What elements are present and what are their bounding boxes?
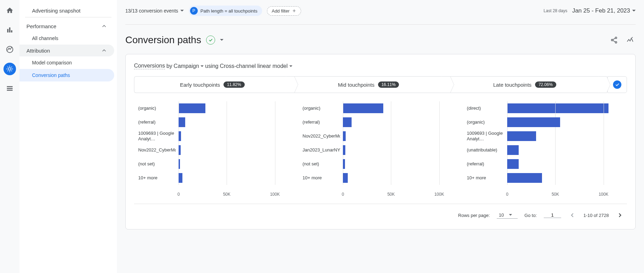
bar-row: 1009693 | Google Analyt… — [467, 129, 623, 143]
path-length-filter-label: Path length = all touchpoints — [201, 8, 258, 14]
bar-area — [343, 129, 458, 143]
bar[interactable] — [343, 159, 345, 169]
pagination: Rows per page: 10 Go to: 1-10 of 2728 — [134, 204, 627, 221]
bar[interactable] — [343, 103, 383, 113]
bar[interactable] — [507, 117, 560, 127]
axis-tick-label: 0 — [178, 192, 180, 197]
bar-label: Nov2022_CyberMonday_V1 — [303, 133, 340, 139]
bar[interactable] — [179, 145, 181, 155]
bar-label: (direct) — [467, 106, 504, 111]
bar-row: (organic) — [303, 101, 458, 115]
bar-area — [179, 143, 294, 157]
bar-row: Nov2022_CyberMonday_V1 — [303, 129, 458, 143]
bar[interactable] — [179, 103, 205, 113]
axis-tick-label: 50K — [223, 192, 230, 197]
by-text: by — [166, 63, 172, 69]
sidebar-item-all-channels[interactable]: All channels — [19, 32, 114, 45]
bar-label: (referral) — [467, 161, 504, 167]
configure-icon[interactable] — [3, 82, 16, 95]
bar[interactable] — [343, 117, 352, 127]
bar[interactable] — [179, 117, 185, 127]
reports-icon[interactable] — [3, 24, 16, 36]
check-circle-icon — [613, 80, 621, 89]
bar[interactable] — [507, 173, 542, 183]
add-filter-label: Add filter — [272, 8, 289, 14]
bar-row: (unattributable) — [467, 143, 623, 157]
sidebar-item-conversion-paths[interactable]: Conversion paths — [19, 69, 114, 81]
svg-point-1 — [8, 68, 11, 70]
sidebar-section-attribution[interactable]: Attribution — [19, 45, 114, 56]
axis-tick-label: 50K — [552, 192, 559, 197]
bar-label: (not set) — [303, 161, 340, 167]
conversion-events-dropdown[interactable]: 13/13 conversion events — [125, 8, 184, 14]
bar-row: 10+ more — [467, 171, 623, 185]
page-title: Conversion paths — [125, 34, 201, 46]
dimension-selector[interactable]: Campaign — [174, 63, 204, 69]
caret-down-icon[interactable] — [220, 38, 223, 42]
advertising-icon[interactable] — [3, 63, 16, 75]
bar[interactable] — [343, 131, 346, 141]
rows-per-page-label: Rows per page: — [458, 213, 490, 218]
bar-row: (referral) — [467, 157, 623, 171]
path-length-filter-chip[interactable]: P Path length = all touchpoints — [189, 6, 262, 16]
metric-selector[interactable]: Conversions — [134, 63, 165, 69]
rows-per-page-select[interactable]: 10 — [497, 212, 517, 219]
explore-icon[interactable] — [3, 43, 16, 56]
bar-label: (organic) — [303, 106, 340, 111]
rows-per-page-value: 10 — [499, 212, 504, 218]
touchpoint-tab-late[interactable]: Late touchpoints 72.06% — [446, 76, 603, 93]
bar[interactable] — [343, 145, 345, 155]
page-range-text: 1-10 of 2728 — [583, 213, 609, 218]
bar-row: (not set) — [138, 157, 294, 171]
date-range-picker[interactable]: Jan 25 - Feb 21, 2023 — [572, 7, 636, 14]
sidebar-section-label: Attribution — [26, 48, 50, 54]
bar[interactable] — [507, 131, 536, 141]
bar-label: Jan2023_LunarNY_V1 — [303, 147, 340, 153]
bar[interactable] — [507, 103, 608, 113]
status-check-badge[interactable] — [206, 36, 215, 45]
caret-down-icon — [632, 9, 636, 13]
bar-label: 10+ more — [467, 175, 504, 181]
bar[interactable] — [343, 173, 348, 183]
main-content: 13/13 conversion events P Path length = … — [117, 0, 644, 273]
bar-area — [343, 157, 458, 171]
check-icon — [208, 38, 213, 42]
add-filter-button[interactable]: Add filter — [267, 6, 301, 16]
sidebar-item-model-comparison[interactable]: Model comparison — [19, 56, 114, 69]
axis-tick-label: 100K — [270, 192, 280, 197]
next-page-button[interactable] — [616, 211, 624, 219]
bar[interactable] — [179, 173, 182, 183]
prev-page-button[interactable] — [568, 211, 576, 219]
bar-label: (referral) — [303, 119, 340, 125]
insights-icon — [626, 36, 634, 44]
bar-area — [179, 115, 294, 129]
bar-row: (referral) — [303, 115, 458, 129]
touchpoint-pct: 72.06% — [535, 81, 556, 88]
touchpoint-tab-early[interactable]: Early touchpoints 11.82% — [134, 76, 290, 93]
insights-button[interactable] — [625, 34, 636, 46]
filter-bar: 13/13 conversion events P Path length = … — [125, 0, 636, 25]
x-axis: 050K100K — [179, 192, 294, 200]
x-axis: 050K100K — [343, 192, 458, 200]
home-icon[interactable] — [3, 4, 16, 17]
goto-page-input[interactable] — [544, 212, 561, 218]
bar-row: Nov2022_CyberMonday_V1 — [138, 143, 294, 157]
bar-area — [507, 115, 623, 129]
sidebar-title[interactable]: Advertising snapshot — [25, 4, 111, 17]
sidebar-section-performance[interactable]: Performance — [19, 20, 114, 32]
bar[interactable] — [507, 145, 519, 155]
touchpoint-tabs: Early touchpoints 11.82% Mid touchpoints… — [134, 76, 627, 93]
date-period-label: Last 28 days — [544, 8, 567, 13]
bar-row: 1009693 | Google Analyt… — [138, 129, 294, 143]
share-button[interactable] — [608, 34, 620, 46]
bar-area — [507, 143, 623, 157]
bar[interactable] — [507, 159, 519, 169]
chevron-up-icon — [101, 47, 107, 54]
bar-area — [507, 101, 623, 115]
bar[interactable] — [179, 159, 180, 169]
model-selector[interactable]: Cross-channel linear model — [220, 63, 292, 69]
touchpoint-tab-mid[interactable]: Mid touchpoints 16.11% — [290, 76, 447, 93]
bar[interactable] — [179, 131, 181, 141]
chevron-up-icon — [101, 23, 107, 29]
share-icon — [610, 36, 618, 44]
